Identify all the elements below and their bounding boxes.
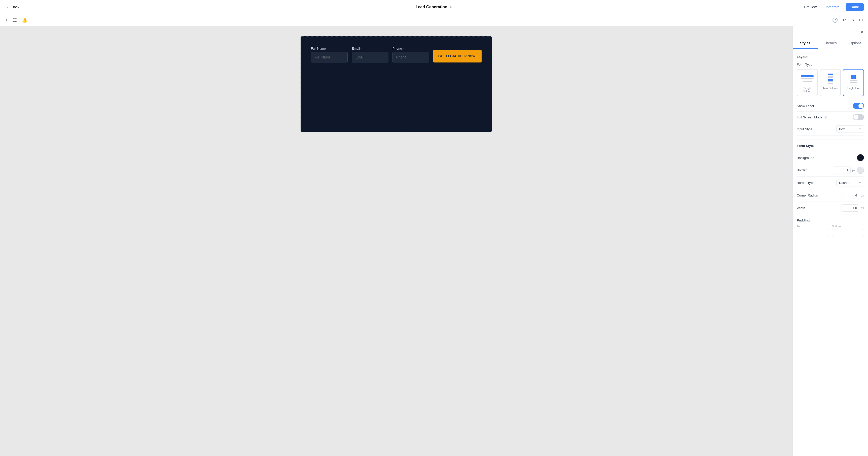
border-input-group: px — [833, 167, 864, 174]
border-type-row: Border Type Dashed ▼ — [797, 177, 864, 189]
bell-button[interactable]: 🔔 — [21, 17, 28, 24]
tab-themes[interactable]: Themes — [818, 38, 843, 49]
two-column-icon — [823, 73, 838, 85]
single-column-label: Single Column — [799, 87, 815, 93]
padding-bottom-col: Bottom — [832, 225, 864, 236]
tab-styles[interactable]: Styles — [793, 38, 818, 49]
right-panel: ✕ Styles Themes Options Layout Form Type — [793, 26, 868, 456]
layout-section-title: Layout — [797, 55, 864, 59]
chevron-down-icon: ▼ — [859, 128, 861, 131]
corner-radius-row: Corner Radius px — [797, 189, 864, 202]
full-screen-mode-text: Full Screen Mode ⓘ — [797, 115, 827, 119]
padding-top-col: Top — [797, 225, 829, 236]
two-col-right — [828, 79, 833, 84]
canvas: Full Name Email* Phone* GET LEGAL H — [0, 26, 793, 456]
grid-button[interactable]: ☷ — [12, 17, 18, 24]
background-color-swatch[interactable] — [857, 154, 864, 161]
form-type-two-column[interactable]: Two Column — [820, 69, 841, 96]
form-style-title: Form Style — [797, 144, 864, 148]
show-label-toggle[interactable] — [853, 103, 864, 109]
full-screen-slider — [853, 114, 864, 120]
full-name-input[interactable] — [311, 52, 348, 62]
tab-options[interactable]: Options — [843, 38, 868, 49]
settings-button[interactable]: ⚙ — [858, 17, 864, 24]
back-button[interactable]: ← Back — [4, 3, 22, 10]
full-screen-mode-toggle[interactable] — [853, 114, 864, 120]
show-label-text: Show Label — [797, 104, 814, 108]
border-label: Border — [797, 168, 807, 172]
padding-bottom-label: Bottom — [832, 225, 864, 228]
header-center: Lead Generation ✎ — [415, 5, 453, 9]
main-area: Full Name Email* Phone* GET LEGAL H — [0, 26, 868, 456]
second-toolbar: + ☷ 🔔 🕐 ↶ ↷ ⚙ — [0, 14, 868, 26]
border-unit-label: px — [852, 169, 856, 172]
corner-radius-label: Corner Radius — [797, 194, 818, 197]
width-input-group: px — [842, 204, 864, 211]
input-style-row: Input Style Box ▼ — [797, 123, 864, 136]
single-column-icon — [800, 73, 815, 85]
email-label: Email* — [352, 47, 389, 50]
background-label: Background — [797, 156, 814, 160]
single-line-lines — [850, 80, 857, 83]
email-field: Email* — [352, 47, 389, 62]
width-row: Width px — [797, 202, 864, 215]
panel-content: Layout Form Type Single Column — [793, 49, 868, 456]
corner-radius-input-group: px — [842, 192, 864, 199]
corner-radius-input[interactable] — [842, 192, 859, 199]
page-title: Lead Generation — [415, 5, 447, 9]
input-style-select[interactable]: Box ▼ — [836, 125, 864, 133]
width-unit: px — [861, 206, 864, 210]
panel-close-button[interactable]: ✕ — [860, 29, 864, 35]
toolbar-right: 🕐 ↶ ↷ ⚙ — [831, 17, 864, 24]
section-divider — [797, 140, 864, 140]
save-button[interactable]: Save — [846, 3, 864, 11]
single-line-label: Single Line — [846, 87, 860, 90]
border-color-swatch[interactable] — [857, 167, 864, 174]
padding-top-label: Top — [797, 225, 829, 228]
border-value-input[interactable] — [833, 167, 850, 174]
padding-bottom-input[interactable] — [832, 229, 864, 236]
edit-icon[interactable]: ✎ — [450, 5, 453, 9]
info-icon[interactable]: ⓘ — [824, 115, 827, 119]
border-type-chevron-icon: ▼ — [859, 181, 861, 184]
full-name-label: Full Name — [311, 47, 348, 50]
form-row: Full Name Email* Phone* GET LEGAL H — [311, 47, 482, 62]
full-screen-mode-row: Full Screen Mode ⓘ — [797, 112, 864, 123]
border-row: Border px — [797, 164, 864, 177]
form-type-single-column[interactable]: Single Column — [797, 69, 818, 96]
back-label: Back — [11, 5, 20, 9]
padding-top-input[interactable] — [797, 229, 829, 236]
integrate-button[interactable]: Integrate — [823, 3, 843, 10]
form-preview: Full Name Email* Phone* GET LEGAL H — [301, 36, 492, 132]
toolbar-left: + ☷ 🔔 — [4, 17, 28, 24]
border-type-value: Dashed — [839, 181, 850, 185]
input-style-label: Input Style — [797, 127, 812, 131]
back-arrow-icon: ← — [6, 5, 10, 9]
width-input[interactable] — [842, 204, 859, 211]
background-row: Background — [797, 152, 864, 164]
input-style-value: Box — [839, 127, 845, 131]
show-label-knob — [859, 103, 864, 108]
email-input[interactable] — [352, 52, 389, 62]
corner-radius-unit: px — [861, 194, 864, 197]
add-button[interactable]: + — [4, 17, 9, 24]
cta-button[interactable]: GET LEGAL HELP NOW! — [433, 50, 482, 62]
border-type-label: Border Type — [797, 181, 815, 185]
show-label-row: Show Label — [797, 100, 864, 112]
width-label: Width — [797, 206, 805, 210]
panel-tabs: Styles Themes Options — [793, 38, 868, 49]
preview-button[interactable]: Preview — [801, 3, 820, 10]
undo-button[interactable]: ↶ — [841, 17, 847, 24]
single-line-icon — [846, 73, 861, 85]
border-type-select[interactable]: Dashed ▼ — [836, 179, 864, 187]
two-column-label: Two Column — [823, 87, 838, 90]
history-button[interactable]: 🕐 — [831, 17, 839, 24]
form-type-single-line[interactable]: Single Line — [843, 69, 864, 96]
two-col-left — [828, 74, 833, 78]
redo-button[interactable]: ↷ — [849, 17, 856, 24]
single-line-box — [851, 75, 856, 79]
show-label-slider — [853, 103, 864, 109]
header-left: ← Back — [4, 3, 22, 10]
full-name-field: Full Name — [311, 47, 348, 62]
phone-input[interactable] — [393, 52, 429, 62]
